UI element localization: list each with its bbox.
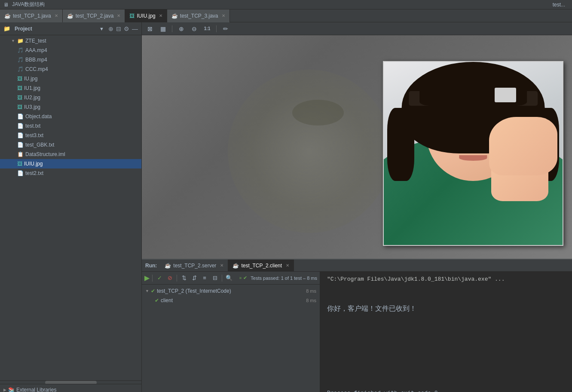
window-title-bar: 🖥 JAVA数据结构 test... <box>0 0 572 9</box>
tree-file-iu3-jpg[interactable]: 🖼 IU3.jpg <box>0 102 141 112</box>
portrait-mouth <box>459 155 487 161</box>
tree-scrollbar[interactable] <box>0 380 141 384</box>
test-panel: ▶ ✓ ⊘ ⇅ ⇵ ≡ ⊟ 🔍 » ✔ Tests p <box>142 272 320 392</box>
console-spacer <box>327 284 565 297</box>
tree-item-label: IUIU.jpg <box>24 161 43 167</box>
tree-file-test-txt[interactable]: 📄 test.txt <box>0 121 141 131</box>
portrait-container <box>384 62 563 245</box>
filter2-button[interactable]: ⊟ <box>211 274 219 282</box>
tree-item-label: test3.txt <box>25 132 43 138</box>
tree-file-test-gbk-txt[interactable]: 📄 test_GBK.txt <box>0 140 141 150</box>
tab-bar: ☕ test_TCP_1.java ✕ ☕ test_TCP_2.java ✕ … <box>0 9 572 22</box>
locate-icon[interactable]: ⊕ <box>108 25 113 32</box>
main-area: 📁 Project ▼ ⊕ ⊟ ⚙ — ▼ 📁 ZTE_test 🎵 AAA.m… <box>0 22 572 392</box>
settings-icon[interactable]: ⚙ <box>124 25 129 32</box>
close-tab-1[interactable]: ✕ <box>55 13 58 18</box>
hat-clip <box>495 88 516 102</box>
run-tab-server[interactable]: ☕ test_TCP_2.server ✕ <box>160 260 228 272</box>
iml-icon: 📋 <box>17 151 24 157</box>
tab-iuiu-jpg[interactable]: 🖼 IUIU.jpg ✕ <box>125 9 167 22</box>
run-tab-label: test_TCP_2.client <box>241 263 282 269</box>
tree-item-label: BBB.mp4 <box>25 57 47 63</box>
actual-size-button[interactable]: 1:1 <box>202 24 212 34</box>
stop-button[interactable]: ⊘ <box>165 274 174 282</box>
text-icon: 📄 <box>17 170 24 176</box>
test-item-client[interactable]: ✔ client 8 ms <box>142 296 320 305</box>
edit-button[interactable]: ✏ <box>221 24 230 34</box>
toolbar-separator-2 <box>216 25 217 32</box>
close-tab-4[interactable]: ✕ <box>222 13 225 18</box>
tree-file-test2-txt[interactable]: 📄 test2.txt <box>0 168 141 178</box>
toolbar-separator <box>172 25 172 32</box>
tree-file-bbb-mp4[interactable]: 🎵 BBB.mp4 <box>0 55 141 64</box>
test-item-tcp2[interactable]: ▼ ✔ test_TCP_2 (Test_InternetCode) 8 ms <box>142 286 320 296</box>
image-icon: 🖼 <box>17 95 22 101</box>
collapse-icon[interactable]: ⊟ <box>116 25 121 32</box>
java-run-icon: ☕ <box>165 263 171 269</box>
expand-arrow: ▶ <box>3 388 6 392</box>
search-button[interactable]: 🔍 <box>225 274 233 282</box>
tab-test-tcp-1[interactable]: ☕ test_TCP_1.java ✕ <box>0 9 63 22</box>
toolbar-sep-2 <box>177 275 177 282</box>
tree-file-test3-txt[interactable]: 📄 test3.txt <box>0 131 141 140</box>
close-tab-3[interactable]: ✕ <box>159 13 162 18</box>
tree-file-object-data[interactable]: 📄 Object.data <box>0 112 141 121</box>
image-area <box>142 35 572 259</box>
filter-button[interactable]: ≡ <box>200 274 209 282</box>
bg-face-blur <box>228 70 391 233</box>
file-tree: ▼ 📁 ZTE_test 🎵 AAA.mp4 🎵 BBB.mp4 🎵 CCC.m… <box>0 35 141 380</box>
tree-item-label: test.txt <box>25 123 40 129</box>
test-toolbar: ▶ ✓ ⊘ ⇅ ⇵ ≡ ⊟ 🔍 » ✔ Tests p <box>142 272 320 285</box>
close-run-tab[interactable]: ✕ <box>220 263 223 268</box>
text-icon: 📄 <box>17 142 24 148</box>
sort-desc-button[interactable]: ⇵ <box>190 274 199 282</box>
zoom-out-button[interactable]: ⊖ <box>190 24 199 34</box>
text-icon: 📄 <box>17 132 24 138</box>
tree-file-iuiu-jpg[interactable]: 🖼 IUIU.jpg <box>0 159 141 168</box>
tests-pass-check: ✔ <box>243 275 247 281</box>
toolbar-sep <box>152 275 153 282</box>
portrait-image <box>383 61 563 246</box>
test-item-label: client <box>161 297 173 303</box>
console-output: "C:\Program Files\Java\jdk1.8.0_181\bin\… <box>320 272 572 392</box>
close-tab-2[interactable]: ✕ <box>117 13 120 18</box>
tab-test-tcp-3[interactable]: ☕ test_TCP_3.java ✕ <box>167 9 230 22</box>
test-item-label: test_TCP_2 (Test_InternetCode) <box>157 288 231 294</box>
fit-page-button[interactable]: ⊠ <box>145 24 155 34</box>
bottom-section: Run: ☕ test_TCP_2.server ✕ ☕ test_TCP_2.… <box>142 259 572 392</box>
test-status-text: Tests passed: 1 of 1 test – 8 ms <box>251 276 317 281</box>
sort-asc-button[interactable]: ⇅ <box>180 274 188 282</box>
project-title: Project <box>15 26 95 32</box>
close-sidebar-icon[interactable]: — <box>132 25 138 32</box>
tab-test-tcp-2[interactable]: ☕ test_TCP_2.java ✕ <box>63 9 125 22</box>
folder-icon: 📁 <box>17 38 24 44</box>
tree-file-ccc-mp4[interactable]: 🎵 CCC.mp4 <box>0 64 141 74</box>
java-icon: ☕ <box>67 13 73 19</box>
check-icon: ✔ <box>155 297 159 303</box>
expand-icon: ▼ <box>145 289 149 293</box>
tree-file-iu2-jpg[interactable]: 🖼 IU2.jpg <box>0 93 141 102</box>
tree-item-label: test_GBK.txt <box>25 142 54 148</box>
tree-item-label: AAA.mp4 <box>25 47 47 53</box>
tree-file-datastructure-iml[interactable]: 📋 DataStructure.iml <box>0 150 141 159</box>
image-icon: 🖼 <box>17 161 22 167</box>
run-button[interactable]: ▶ <box>144 274 150 282</box>
external-libraries-section[interactable]: ▶ 📚 External Libraries <box>0 385 141 392</box>
tree-item-label: CCC.mp4 <box>25 66 48 72</box>
tree-item-label: test2.txt <box>25 170 43 176</box>
top-right-label: test... <box>553 2 565 8</box>
test-time: 8 ms <box>306 288 320 294</box>
image-file-icon: 🖼 <box>129 13 135 19</box>
fit-width-button[interactable]: ▦ <box>158 24 168 34</box>
zoom-in-button[interactable]: ⊕ <box>177 24 186 34</box>
console-command-line: "C:\Program Files\Java\jdk1.8.0_181\bin\… <box>327 275 565 284</box>
close-run-tab-2[interactable]: ✕ <box>286 263 289 268</box>
tree-folder-zte-test[interactable]: ▼ 📁 ZTE_test <box>0 36 141 46</box>
test-status-icon: » <box>239 276 242 280</box>
tree-file-aaa-mp4[interactable]: 🎵 AAA.mp4 <box>0 46 141 55</box>
expand-arrow: ▼ <box>11 39 15 43</box>
run-tab-client[interactable]: ☕ test_TCP_2.client ✕ <box>228 260 294 272</box>
check-button[interactable]: ✓ <box>155 274 164 282</box>
tree-file-iu-jpg[interactable]: 🖼 IU.jpg <box>0 74 141 83</box>
tree-file-iu1-jpg[interactable]: 🖼 IU1.jpg <box>0 83 141 93</box>
